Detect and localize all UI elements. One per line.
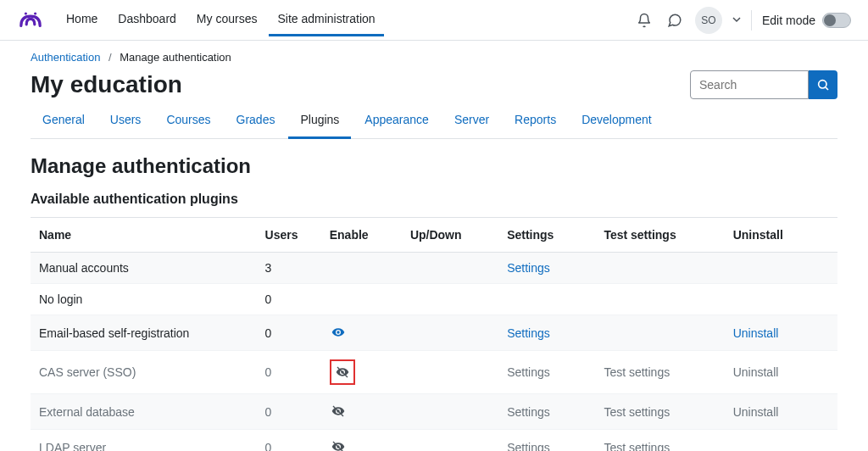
eye-icon[interactable] (330, 324, 347, 341)
settings-link[interactable]: Settings (507, 326, 550, 340)
table-row: CAS server (SSO)0SettingsTest settingsUn… (31, 351, 837, 394)
cell-users: 0 (257, 284, 321, 315)
bell-icon[interactable] (634, 10, 654, 31)
table-row: LDAP server0SettingsTest settings (31, 430, 837, 452)
breadcrumb-parent[interactable]: Authentication (31, 51, 100, 64)
th-updown: Up/Down (402, 218, 498, 253)
tab-item[interactable]: Plugins (288, 104, 351, 139)
cell-name: CAS server (SSO) (31, 351, 257, 394)
tab-item[interactable]: General (31, 104, 97, 139)
cell-uninstall: Uninstall (725, 394, 837, 430)
cell-users: 0 (257, 315, 321, 351)
cell-updown (402, 430, 498, 452)
cell-enable (321, 253, 402, 284)
eye-off-icon[interactable] (330, 403, 347, 420)
cell-users: 0 (257, 430, 321, 452)
svg-point-2 (819, 81, 826, 88)
cell-settings (498, 284, 595, 315)
breadcrumb: Authentication / Manage authentication (31, 51, 837, 64)
test-settings-link[interactable]: Test settings (604, 441, 670, 452)
divider (751, 10, 752, 31)
cell-enable (321, 430, 402, 452)
th-uninstall: Uninstall (725, 218, 837, 253)
settings-link[interactable]: Settings (507, 441, 550, 452)
table-row: Email-based self-registration0SettingsUn… (31, 315, 837, 351)
cell-name: Manual accounts (31, 253, 257, 284)
th-settings: Settings (498, 218, 595, 253)
cell-test: Test settings (595, 394, 724, 430)
cell-uninstall (725, 284, 837, 315)
cell-settings: Settings (498, 351, 595, 394)
uninstall-link[interactable]: Uninstall (733, 365, 779, 379)
search-button[interactable] (809, 70, 837, 99)
edit-mode-label: Edit mode (762, 14, 815, 27)
test-settings-link[interactable]: Test settings (604, 405, 670, 419)
eye-off-icon[interactable] (330, 438, 347, 451)
topnav-item[interactable]: Home (58, 3, 106, 36)
avatar[interactable]: SO (695, 7, 722, 34)
topnav-item[interactable]: Dashboard (109, 3, 185, 36)
search-form (690, 70, 837, 99)
th-name: Name (31, 218, 257, 253)
cell-enable (321, 315, 402, 351)
tab-item[interactable]: Grades (225, 104, 287, 139)
brand-logo[interactable] (17, 7, 44, 34)
table-row: No login0 (31, 284, 837, 315)
tab-item[interactable]: Reports (503, 104, 568, 139)
topnav-item[interactable]: My courses (188, 3, 266, 36)
subsection-title: Available authentication plugins (31, 192, 837, 207)
cell-test: Test settings (595, 351, 724, 394)
admin-tabs: GeneralUsersCoursesGradesPluginsAppearan… (31, 104, 837, 139)
cell-updown (402, 315, 498, 351)
topnav-item[interactable]: Site administration (269, 3, 383, 36)
settings-link[interactable]: Settings (507, 365, 550, 379)
page-title: My education (31, 71, 182, 98)
cell-settings: Settings (498, 315, 595, 351)
tab-item[interactable]: Development (570, 104, 664, 139)
cell-settings: Settings (498, 430, 595, 452)
section-title: Manage authentication (31, 154, 837, 178)
settings-link[interactable]: Settings (507, 405, 550, 419)
tab-item[interactable]: Courses (154, 104, 222, 139)
cell-settings: Settings (498, 394, 595, 430)
cell-test (595, 315, 724, 351)
cell-updown (402, 253, 498, 284)
highlight-box (330, 359, 355, 385)
cell-uninstall (725, 430, 837, 452)
cell-uninstall: Uninstall (725, 351, 837, 394)
table-row: External database0SettingsTest settingsU… (31, 394, 837, 430)
tab-item[interactable]: Server (442, 104, 501, 139)
th-users: Users (257, 218, 321, 253)
th-enable: Enable (321, 218, 402, 253)
chat-icon[interactable] (665, 10, 685, 31)
user-menu-caret[interactable] (732, 15, 741, 25)
cell-settings: Settings (498, 253, 595, 284)
test-settings-link[interactable]: Test settings (604, 365, 670, 379)
tab-item[interactable]: Appearance (353, 104, 441, 139)
cell-name: Email-based self-registration (31, 315, 257, 351)
cell-uninstall: Uninstall (725, 315, 837, 351)
table-row: Manual accounts3Settings (31, 253, 837, 284)
settings-link[interactable]: Settings (507, 261, 550, 275)
edit-mode-toggle[interactable] (822, 13, 851, 28)
th-test: Test settings (595, 218, 724, 253)
breadcrumb-separator: / (108, 51, 112, 64)
cell-test: Test settings (595, 430, 724, 452)
uninstall-link[interactable]: Uninstall (733, 326, 779, 340)
cell-updown (402, 394, 498, 430)
auth-plugins-table: Name Users Enable Up/Down Settings Test … (31, 217, 837, 451)
cell-name: No login (31, 284, 257, 315)
cell-name: LDAP server (31, 430, 257, 452)
cell-updown (402, 284, 498, 315)
cell-enable (321, 284, 402, 315)
search-input[interactable] (690, 70, 809, 99)
cell-enable (321, 351, 402, 394)
cell-users: 0 (257, 394, 321, 430)
cell-uninstall (725, 253, 837, 284)
svg-point-0 (25, 12, 27, 14)
svg-point-1 (34, 12, 36, 14)
eye-off-icon[interactable] (334, 364, 351, 381)
cell-updown (402, 351, 498, 394)
uninstall-link[interactable]: Uninstall (733, 405, 779, 419)
tab-item[interactable]: Users (98, 104, 153, 139)
